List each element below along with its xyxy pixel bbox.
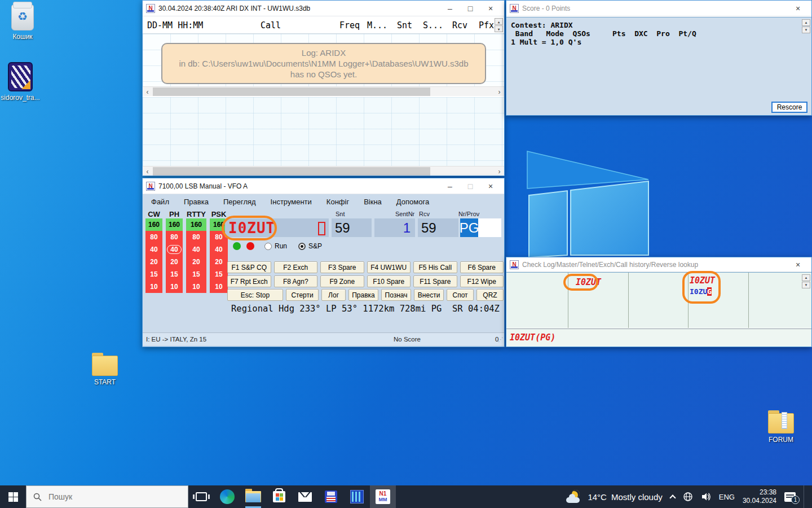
col-freq[interactable]: Freq bbox=[339, 20, 360, 30]
col-snt[interactable]: Snt bbox=[397, 20, 412, 30]
rescore-button[interactable]: Rescore bbox=[771, 102, 807, 113]
band-button[interactable]: 10 bbox=[166, 281, 183, 293]
resize-grip[interactable]: ⋰ bbox=[498, 336, 503, 343]
notification-center-button[interactable]: 1 bbox=[784, 492, 796, 502]
check-call-reverse[interactable]: I0ZUT bbox=[690, 275, 715, 286]
menu-tools[interactable]: Інструменти bbox=[271, 198, 312, 206]
snt-input[interactable]: 59 bbox=[332, 218, 372, 237]
close-button[interactable]: × bbox=[480, 2, 501, 15]
search-input[interactable] bbox=[47, 492, 160, 502]
log-button[interactable]: Лог bbox=[321, 289, 346, 301]
n1mm-taskbar-button[interactable]: N1MM bbox=[370, 485, 396, 508]
f2-button[interactable]: F2 Exch bbox=[274, 261, 318, 273]
maximize-button[interactable]: □ bbox=[460, 2, 480, 15]
close-button[interactable]: × bbox=[788, 2, 808, 15]
f3-button[interactable]: F3 Spare bbox=[320, 261, 364, 273]
band-button[interactable]: 15 bbox=[210, 268, 228, 281]
band-button[interactable]: 160 bbox=[145, 218, 162, 231]
volume-icon[interactable] bbox=[701, 492, 711, 502]
menu-view[interactable]: Перегляд bbox=[223, 198, 256, 206]
score-window-titlebar[interactable]: N Score - 0 Points × bbox=[506, 1, 811, 16]
file-explorer-button[interactable] bbox=[240, 485, 266, 508]
band-button[interactable]: 10 bbox=[186, 281, 206, 293]
library-app-button[interactable] bbox=[344, 485, 370, 508]
nrprov-input[interactable]: PG bbox=[460, 218, 501, 237]
check-partial-call[interactable]: I0ZUG bbox=[690, 287, 712, 296]
radio-unchecked-icon[interactable] bbox=[264, 243, 272, 250]
scroll-thumb[interactable] bbox=[153, 167, 430, 176]
esc-stop-button[interactable]: Esc: Stop bbox=[227, 289, 283, 301]
show-desktop-button[interactable] bbox=[804, 485, 806, 508]
score-spinner[interactable]: ▲ ▼ bbox=[802, 19, 810, 33]
close-button[interactable]: × bbox=[788, 259, 808, 271]
spinner-up-icon[interactable]: ▲ bbox=[802, 19, 810, 26]
rcv-input[interactable]: 59 bbox=[418, 218, 458, 237]
edge-button[interactable] bbox=[214, 485, 240, 508]
network-globe-icon[interactable] bbox=[683, 492, 693, 502]
clock[interactable]: 23:38 30.04.2024 bbox=[743, 488, 776, 505]
f5-button[interactable]: F5 His Call bbox=[413, 261, 457, 273]
spot-button[interactable]: Спот bbox=[447, 289, 474, 301]
edit-button[interactable]: Правка bbox=[348, 289, 378, 301]
task-view-button[interactable] bbox=[188, 485, 214, 508]
sp-radio[interactable]: S&P bbox=[298, 242, 322, 250]
f9-button[interactable]: F9 Zone bbox=[320, 275, 364, 287]
language-indicator[interactable]: ENG bbox=[719, 493, 735, 501]
scroll-left-icon[interactable]: ‹ bbox=[143, 87, 152, 97]
spinner-up-icon[interactable]: ▲ bbox=[802, 274, 810, 281]
band-button[interactable]: 10 bbox=[210, 281, 228, 293]
check-window-titlebar[interactable]: N Check Log/Master/Telnet/Exch/Call hist… bbox=[506, 257, 811, 272]
mark-button[interactable]: Познач bbox=[381, 289, 411, 301]
store-button[interactable] bbox=[266, 485, 292, 508]
maximize-button[interactable]: □ bbox=[460, 179, 480, 193]
header-spinner[interactable]: ▲ ▼ bbox=[495, 18, 503, 32]
band-button[interactable]: 160 bbox=[186, 218, 206, 231]
band-button[interactable]: 40 bbox=[186, 243, 206, 256]
band-button[interactable]: 15 bbox=[166, 268, 183, 281]
scroll-thumb[interactable] bbox=[153, 87, 430, 96]
qrz-button[interactable]: QRZ bbox=[476, 289, 504, 301]
log-window-titlebar[interactable]: N 30.04.2024 20:38:40Z ARI DX INT - UW1W… bbox=[143, 1, 504, 16]
spinner-up-icon[interactable]: ▲ bbox=[495, 18, 503, 25]
spinner-down-icon[interactable]: ▼ bbox=[802, 282, 810, 288]
band-button[interactable]: 15 bbox=[145, 268, 162, 281]
radio-checked-icon[interactable] bbox=[298, 243, 306, 250]
menu-help[interactable]: Допомога bbox=[396, 198, 429, 206]
check-spinner[interactable]: ▲ ▼ bbox=[802, 274, 810, 288]
col-rcv[interactable]: Rcv bbox=[452, 20, 467, 30]
desktop-icon-start-folder[interactable]: START bbox=[83, 356, 126, 386]
minimize-button[interactable]: – bbox=[440, 2, 460, 15]
wipe-button[interactable]: Стерти bbox=[286, 289, 319, 301]
col-mode[interactable]: M... bbox=[367, 20, 387, 30]
band-button[interactable]: 40 bbox=[145, 243, 162, 256]
check-call-master[interactable]: I0ZUT bbox=[576, 277, 601, 287]
run-radio[interactable]: Run bbox=[264, 242, 287, 250]
band-button[interactable]: 20 bbox=[166, 256, 183, 268]
band-button[interactable]: 20 bbox=[210, 256, 228, 268]
band-button[interactable]: 15 bbox=[186, 268, 206, 281]
store-button[interactable]: Внести bbox=[414, 289, 444, 301]
desktop-icon-sidorov-file[interactable]: sidorov_tra... bbox=[0, 62, 42, 102]
log-hscrollbar-lower[interactable]: ‹ › bbox=[143, 166, 504, 176]
minimize-button[interactable]: – bbox=[440, 179, 460, 193]
f7-button[interactable]: F7 Rpt Exch bbox=[227, 275, 271, 287]
scroll-right-icon[interactable]: › bbox=[495, 167, 504, 176]
menu-edit[interactable]: Правка bbox=[184, 198, 209, 206]
spinner-down-icon[interactable]: ▼ bbox=[802, 27, 810, 33]
band-button-selected[interactable]: 40 bbox=[166, 243, 183, 256]
close-button[interactable]: × bbox=[480, 179, 501, 193]
band-button[interactable]: 160 bbox=[166, 218, 183, 231]
entry-window-titlebar[interactable]: N 7100,00 LSB Manual - VFO A – □ × bbox=[143, 178, 504, 194]
band-button[interactable]: 80 bbox=[186, 231, 206, 243]
desktop-icon-forum-folder[interactable]: FORUM bbox=[760, 413, 802, 444]
sentnr-input[interactable]: 1 bbox=[374, 218, 415, 237]
start-button[interactable] bbox=[0, 485, 26, 508]
menu-config[interactable]: Конфіг bbox=[326, 198, 349, 206]
f6-button[interactable]: F6 Spare bbox=[460, 261, 504, 273]
col-call[interactable]: Call bbox=[261, 20, 281, 30]
f11-button[interactable]: F11 Spare bbox=[413, 275, 457, 287]
scroll-right-icon[interactable]: › bbox=[495, 87, 504, 97]
band-button[interactable]: 10 bbox=[145, 281, 162, 293]
taskbar-search[interactable] bbox=[26, 485, 188, 508]
f8-button[interactable]: F8 Agn? bbox=[274, 275, 318, 287]
